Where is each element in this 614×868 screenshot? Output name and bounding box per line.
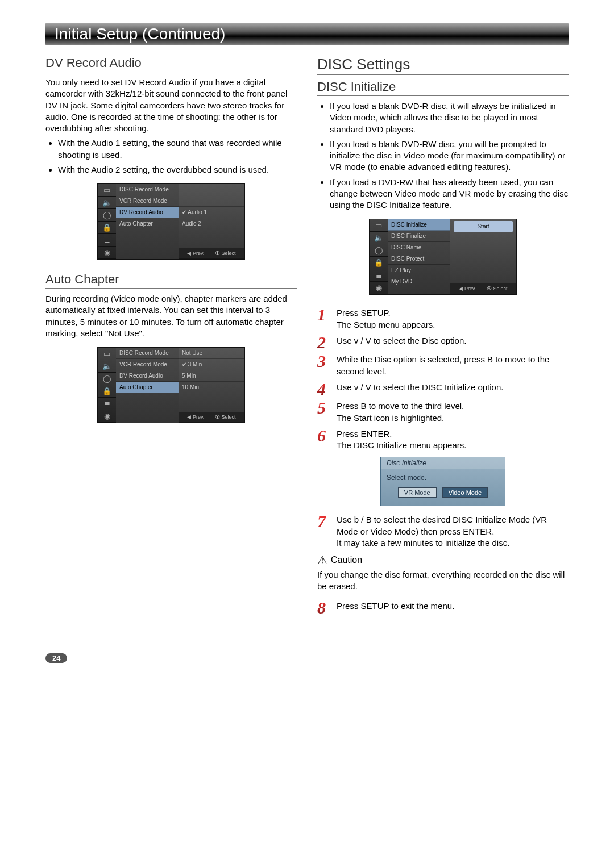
step-7: 7 Use b / B to select the desired DISC I… (317, 514, 569, 549)
dv-bullet-2: With the Audio 2 setting, the overdubbed… (58, 164, 297, 176)
step-text: Use v / V to select the Disc option. (337, 335, 569, 350)
step-text: Press B to move to the third level.The S… (337, 400, 569, 424)
left-column: DV Record Audio You only need to set DV … (45, 56, 297, 619)
dialog-title: Disc Initialize (381, 457, 505, 469)
menu-item: VCR Record Mode (116, 195, 179, 207)
step-text: Use b / B to select the desired DISC Ini… (337, 514, 569, 549)
menu-icon-speaker: 🔈 (370, 232, 388, 244)
menu-footer-select: ⦿ Select (215, 414, 236, 420)
menu-screenshot-auto-chapter: ▭ 🔈 ◯ 🔒 ≣ ◉ DISC Record Mode VCR Record … (97, 347, 245, 423)
menu-icon-tv: ▭ (370, 219, 388, 232)
caution-text: If you change the disc format, everythin… (317, 569, 569, 592)
menu-item: My DVD (388, 276, 450, 287)
menu-item: VCR Record Mode (116, 359, 179, 370)
menu-icon-rec: ◉ (98, 410, 116, 423)
right-column: DISC Settings DISC Initialize If you loa… (317, 56, 569, 619)
menu-icon-tv: ▭ (98, 184, 116, 197)
menu-item: DISC Protect (388, 253, 450, 265)
menu-footer-prev: ◀ Prev. (187, 414, 204, 420)
menu-icon-lock: 🔒 (98, 222, 116, 234)
menu-value (179, 184, 244, 195)
menu-icon-lock: 🔒 (370, 257, 388, 269)
menu-icon-disc: ◯ (98, 373, 116, 385)
menu-icon-lock: 🔒 (98, 385, 116, 398)
menu-item: DV Record Audio (116, 370, 179, 382)
step-number: 7 (317, 514, 332, 549)
menu-item: DISC Record Mode (116, 348, 179, 359)
menu-value: Audio 2 (179, 218, 244, 229)
init-bullet-1: If you load a blank DVD-R disc, it will … (330, 101, 569, 135)
disc-initialize-dialog: Disc Initialize Select mode. VR Mode Vid… (380, 457, 505, 506)
init-bullet-3: If you load a DVD-RW that has already be… (330, 177, 569, 211)
menu-footer-select: ⦿ Select (487, 286, 508, 291)
menu-value-checked: 3 Min (179, 359, 244, 370)
menu-footer-prev: ◀ Prev. (187, 251, 204, 256)
step-text: Press SETUP to exit the menu. (337, 600, 569, 615)
step-number: 4 (317, 382, 332, 397)
step-5: 5 Press B to move to the third level.The… (317, 400, 569, 424)
menu-item-selected: Auto Chapter (116, 382, 179, 393)
step-4: 4 Use v / V to select the DISC Initializ… (317, 382, 569, 397)
vr-mode-button: VR Mode (398, 487, 437, 498)
step-number: 1 (317, 307, 332, 331)
page-number-badge: 24 (45, 653, 67, 663)
step-text: While the Disc option is selected, press… (337, 354, 569, 377)
step-number: 6 (317, 428, 332, 452)
menu-value: 5 Min (179, 370, 244, 382)
menu-value (179, 195, 244, 207)
step-number: 2 (317, 335, 332, 350)
menu-icon-speaker: 🔈 (98, 197, 116, 209)
heading-disc-settings: DISC Settings (317, 56, 569, 75)
menu-icon-disc: ◯ (98, 209, 116, 222)
step-number: 3 (317, 354, 332, 377)
video-mode-button: Video Mode (442, 487, 488, 498)
menu-footer-select: ⦿ Select (215, 251, 236, 256)
step-1: 1 Press SETUP.The Setup menu appears. (317, 307, 569, 331)
menu-icon-rec: ◉ (370, 282, 388, 294)
caution-icon: ⚠ (317, 553, 327, 567)
step-number: 5 (317, 400, 332, 424)
step-6: 6 Press ENTER.The DISC Initialize menu a… (317, 428, 569, 452)
menu-item: Auto Chapter (116, 218, 179, 229)
menu-item-selected: DISC Initialize (388, 219, 450, 231)
start-button: Start (454, 221, 513, 232)
dialog-body-text: Select mode. (387, 474, 499, 482)
menu-icon-speaker: 🔈 (98, 360, 116, 373)
menu-icon-bars: ≣ (370, 269, 388, 282)
menu-footer-prev: ◀ Prev. (459, 286, 476, 291)
heading-disc-initialize: DISC Initialize (317, 80, 569, 96)
dv-paragraph: You only need to set DV Record Audio if … (45, 77, 297, 134)
menu-icon-disc: ◯ (370, 244, 388, 257)
step-text: Press SETUP.The Setup menu appears. (337, 307, 569, 331)
menu-value: 10 Min (179, 382, 244, 393)
menu-icon-bars: ≣ (98, 398, 116, 410)
auto-chapter-paragraph: During recording (Video mode only), chap… (45, 293, 297, 339)
menu-screenshot-dv: ▭ 🔈 ◯ 🔒 ≣ ◉ DISC Record Mode VCR Record … (97, 183, 245, 260)
menu-item: DISC Name (388, 242, 450, 253)
menu-icon-bars: ≣ (98, 234, 116, 247)
caution-label: Caution (331, 555, 362, 565)
step-number: 8 (317, 600, 332, 615)
menu-screenshot-disc-initialize: ▭ 🔈 ◯ 🔒 ≣ ◉ DISC Initialize DISC Finaliz… (369, 219, 517, 295)
chapter-heading: Initial Setup (Continued) (45, 23, 569, 45)
menu-icon-tv: ▭ (98, 348, 116, 360)
dv-bullet-1: With the Audio 1 setting, the sound that… (58, 137, 297, 161)
step-2: 2 Use v / V to select the Disc option. (317, 335, 569, 350)
menu-item: DISC Record Mode (116, 184, 179, 195)
menu-value: Not Use (179, 348, 244, 359)
init-bullet-2: If you load a blank DVD-RW disc, you wil… (330, 139, 569, 173)
menu-item: EZ Play (388, 265, 450, 276)
step-3: 3 While the Disc option is selected, pre… (317, 354, 569, 377)
menu-value-checked: Audio 1 (179, 207, 244, 218)
step-text: Press ENTER.The DISC Initialize menu app… (337, 428, 569, 452)
heading-dv-record-audio: DV Record Audio (45, 56, 297, 72)
heading-auto-chapter: Auto Chapter (45, 272, 297, 289)
step-8: 8 Press SETUP to exit the menu. (317, 600, 569, 615)
menu-item: DISC Finalize (388, 231, 450, 242)
menu-icon-rec: ◉ (98, 247, 116, 259)
step-text: Use v / V to select the DISC Initialize … (337, 382, 569, 397)
menu-item-selected: DV Record Audio (116, 207, 179, 218)
